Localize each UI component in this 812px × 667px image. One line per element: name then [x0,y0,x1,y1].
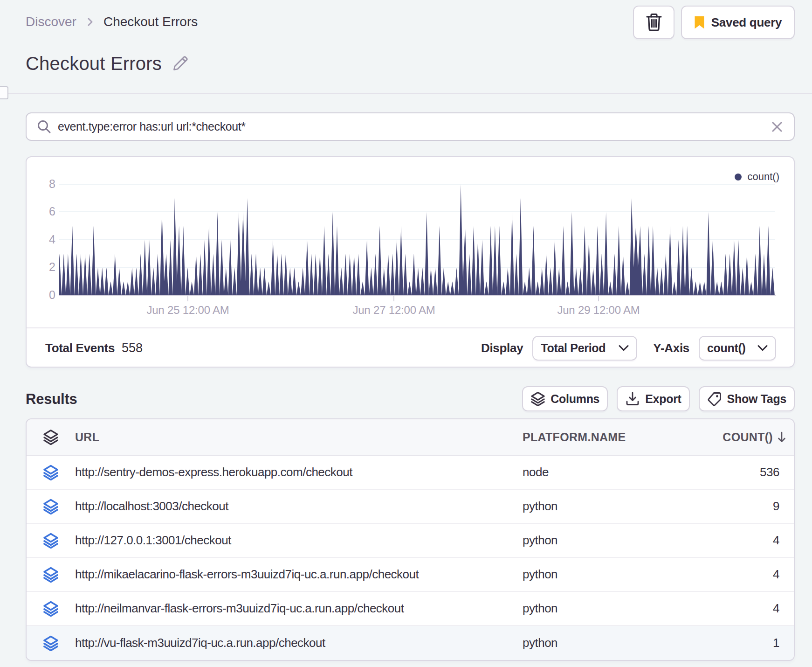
table-row[interactable]: http://127.0.0.1:3001/checkout python 4 [27,524,794,558]
column-header-platform[interactable]: PLATFORM.NAME [523,431,689,444]
cell-platform: python [523,567,689,582]
chevron-down-icon [619,345,629,351]
y-axis-label-8: 8 [32,178,55,190]
x-axis-label-1: Jun 25 12:00 AM [113,304,262,317]
table-row[interactable]: http://neilmanvar-flask-errors-m3uuizd7i… [27,592,794,626]
stack-icon-blue[interactable] [27,601,75,617]
total-events-label: Total Events [45,341,115,355]
scrollbar-thumb[interactable] [0,86,8,99]
columns-button[interactable]: Columns [522,386,608,411]
cell-count: 536 [689,465,794,479]
x-axis-label-3: Jun 29 12:00 AM [524,304,673,317]
cell-count: 4 [689,533,794,548]
saved-query-button[interactable]: Saved query [681,6,795,39]
header-actions: Saved query [633,6,795,39]
cell-url[interactable]: http://mikaelacarino-flask-errors-m3uuiz… [75,567,523,582]
results-table: URL PLATFORM.NAME COUNT() http://sentry-… [26,418,795,661]
columns-button-label: Columns [551,392,599,406]
chart-footer: Total Events 558 Display Total Period Y-… [27,328,794,368]
y-axis-select-value: count() [707,341,746,355]
page-title-text: Checkout Errors [26,53,162,74]
breadcrumb: Discover Checkout Errors [26,14,198,30]
delete-query-button[interactable] [633,6,674,39]
y-axis-select[interactable]: count() [699,336,776,361]
y-axis-label-6: 6 [32,206,55,217]
y-axis-label-2: 2 [32,261,55,273]
trash-icon [646,13,662,32]
cell-url[interactable]: http://localhost:3003/checkout [75,499,523,514]
search-input[interactable] [58,120,765,133]
search-icon [37,119,51,134]
stack-icon-blue[interactable] [27,533,75,549]
table-row[interactable]: http://sentry-demos-express.herokuapp.co… [27,456,794,490]
cell-url[interactable]: http://127.0.0.1:3001/checkout [75,533,523,548]
download-icon [625,391,640,406]
search-clear-icon[interactable] [771,120,784,133]
show-tags-button[interactable]: Show Tags [699,386,795,411]
results-heading: Results [26,391,77,408]
column-header-url[interactable]: URL [75,431,523,444]
stack-icon-blue[interactable] [27,499,75,514]
stack-icon [530,391,545,406]
x-tick-2 [393,296,394,301]
cell-platform: python [523,601,689,616]
page-title: Checkout Errors [26,53,189,74]
stack-icon-blue[interactable] [27,567,75,583]
saved-query-label: Saved query [711,15,782,30]
header-divider [0,93,812,94]
cell-url[interactable]: http://vu-flask-m3uuizd7iq-uc.a.run.app/… [75,636,523,650]
tag-icon [707,391,722,406]
y-axis-label-0: 0 [32,289,55,301]
events-area-chart[interactable] [59,157,776,295]
stack-icon [27,429,75,445]
cell-count: 4 [689,601,794,616]
table-header-row: URL PLATFORM.NAME COUNT() [27,419,794,456]
cell-url[interactable]: http://sentry-demos-express.herokuapp.co… [75,465,523,479]
results-actions: Columns Export Show Tags [522,386,795,411]
x-tick-1 [187,296,188,301]
show-tags-button-label: Show Tags [727,392,786,406]
x-tick-3 [598,296,599,301]
cell-count: 9 [689,499,794,514]
display-select[interactable]: Total Period [532,336,637,361]
x-axis-line [59,295,776,296]
sort-desc-icon [777,431,787,443]
search-bar [26,112,795,141]
y-axis-label-4: 4 [32,234,55,245]
y-axis-select-label: Y-Axis [653,341,689,355]
cell-platform: python [523,533,689,548]
display-select-value: Total Period [541,341,606,355]
export-button-label: Export [645,392,681,406]
stack-icon-blue[interactable] [27,465,75,480]
table-row[interactable]: http://vu-flask-m3uuizd7iq-uc.a.run.app/… [27,626,794,660]
breadcrumb-current: Checkout Errors [103,14,198,29]
cell-platform: python [523,499,689,514]
total-events-value: 558 [122,341,143,355]
chart-panel: count() 0 2 4 6 8 Jun 25 12:00 AM Jun 27… [26,156,795,368]
column-header-count[interactable]: COUNT() [689,431,794,444]
table-row[interactable]: http://localhost:3003/checkout python 9 [27,490,794,524]
chevron-down-icon [757,345,768,351]
cell-platform: python [523,636,689,650]
chevron-right-icon [85,17,95,27]
export-button[interactable]: Export [617,386,689,411]
bookmark-icon [694,16,705,29]
cell-url[interactable]: http://neilmanvar-flask-errors-m3uuizd7i… [75,601,523,616]
stack-icon-blue[interactable] [27,635,75,651]
cell-platform: node [523,465,689,479]
display-label: Display [481,341,523,355]
edit-title-icon[interactable] [171,55,189,73]
breadcrumb-discover-link[interactable]: Discover [26,14,76,29]
cell-count: 4 [689,567,794,582]
x-axis-label-2: Jun 27 12:00 AM [319,304,468,317]
table-row[interactable]: http://mikaelacarino-flask-errors-m3uuiz… [27,558,794,592]
cell-count: 1 [689,636,794,650]
